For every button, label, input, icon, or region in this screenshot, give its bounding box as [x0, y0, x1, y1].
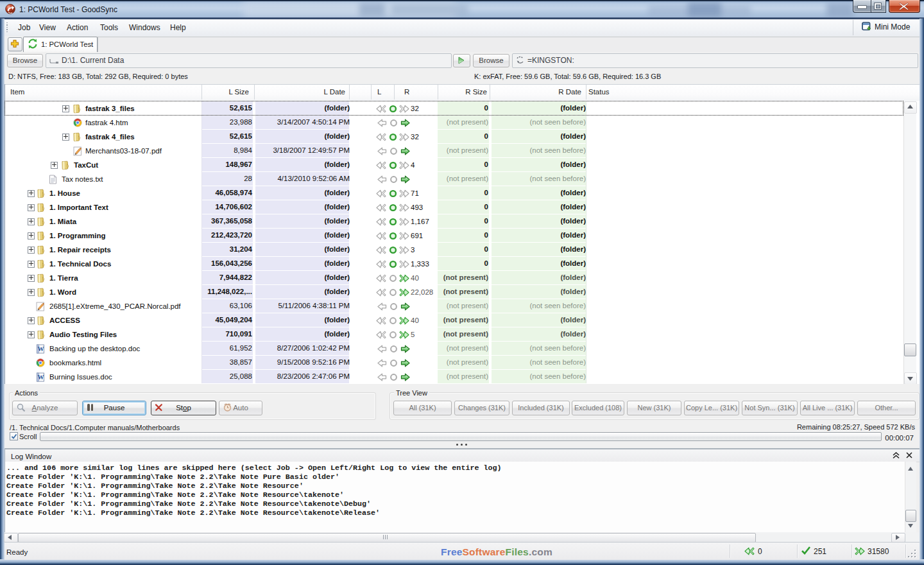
- svg-text:W: W: [38, 374, 44, 381]
- svg-text:W: W: [38, 345, 44, 352]
